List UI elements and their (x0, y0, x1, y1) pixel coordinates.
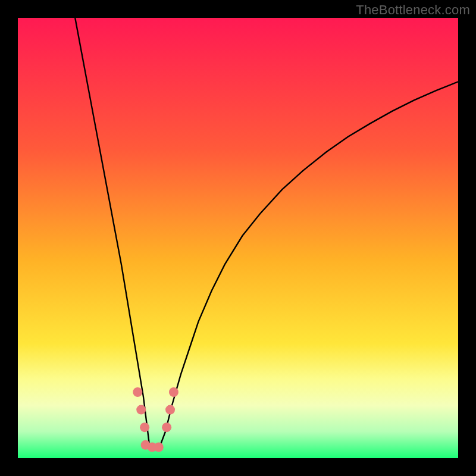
highlight-point (169, 387, 178, 397)
highlight-point (154, 443, 164, 452)
gradient-background (18, 18, 458, 458)
watermark-text: TheBottleneck.com (356, 2, 470, 18)
plot-area (18, 18, 458, 458)
highlight-point (140, 422, 149, 432)
highlight-point (165, 405, 175, 415)
chart-svg (18, 18, 458, 458)
highlight-point (133, 387, 142, 397)
outer-frame: TheBottleneck.com (0, 0, 476, 476)
highlight-point (136, 405, 146, 415)
highlight-point (162, 422, 171, 432)
